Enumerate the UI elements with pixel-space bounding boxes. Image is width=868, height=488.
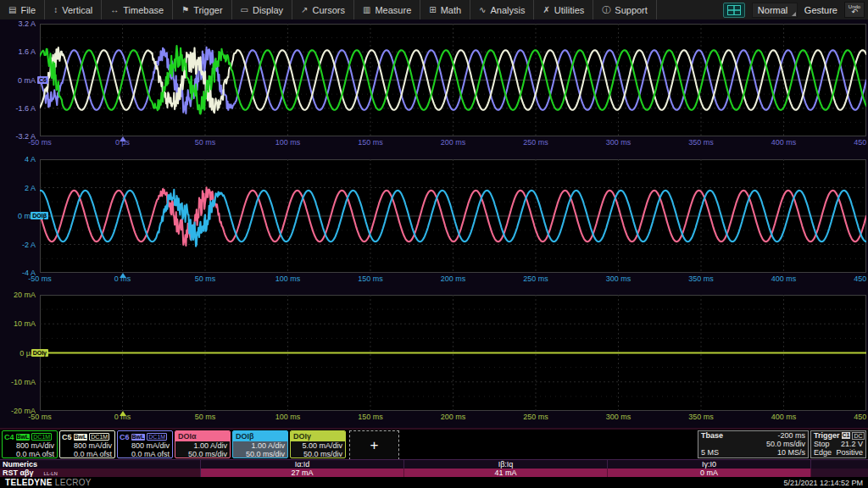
numerics-column-header: Iγ:I0 xyxy=(608,460,811,469)
zero-level-tag-DOIγ[interactable]: DOIγ xyxy=(31,349,48,357)
channel-descriptor-C6[interactable]: C6BwLDC1M800 mA/div0.0 mA ofst xyxy=(117,430,173,458)
x-tick-label: 300 ms xyxy=(606,274,632,284)
menu-item-file[interactable]: ▤File xyxy=(0,0,45,19)
channel-descriptor-C5[interactable]: C5BwLDC1M800 mA/div0.0 mA ofst xyxy=(59,430,115,458)
menu-item-trigger[interactable]: ⚑Trigger xyxy=(173,0,231,19)
timebase-title: Tbase xyxy=(701,431,723,440)
x-tick-label: 150 ms xyxy=(358,274,383,284)
x-tick-label: 400 ms xyxy=(771,412,797,422)
chevron-down-icon xyxy=(792,12,796,16)
numerics-value-row: RST αβγLL-LN27 mA41 mA0 mA xyxy=(0,469,868,477)
trigger-position-marker[interactable] xyxy=(120,273,126,278)
x-tick-label: 300 ms xyxy=(606,137,632,147)
view-mode-dropdown[interactable]: Normal xyxy=(752,3,798,18)
timebase-sample-row: 5 MS10 MS/s xyxy=(701,448,805,457)
x-tick-label: 450 ms xyxy=(854,412,868,422)
channel-name: C6 xyxy=(120,433,130,441)
utilities-icon: ✗ xyxy=(542,5,549,14)
undo-icon: ↶ xyxy=(851,8,858,16)
x-tick-label: 150 ms xyxy=(358,137,383,147)
y-tick-label: -1.6 A xyxy=(0,104,36,113)
cursors-icon: ↗ xyxy=(301,5,308,14)
analysis-icon: ∿ xyxy=(479,5,486,14)
menu-item-utilities[interactable]: ✗Utilities xyxy=(534,0,593,19)
x-tick-label: 400 ms xyxy=(771,137,797,147)
zero-level-tag-C6[interactable]: C6 xyxy=(37,76,48,84)
function-name: DOIβ xyxy=(233,431,287,441)
function-name: DOIα xyxy=(175,431,230,441)
x-tick-label: 200 ms xyxy=(441,412,466,422)
channel-scale-text: 0.0 mA ofst xyxy=(60,450,114,458)
menu-bar: ▤File↕Vertical↔Timebase⚑Trigger▭Display↗… xyxy=(0,0,868,20)
function-scale-text: 50.0 ms/div xyxy=(233,450,287,458)
display-icon: ▭ xyxy=(241,5,248,14)
trigger-title: Trigger xyxy=(814,431,840,440)
timebase-descriptor[interactable]: Tbase-200 ms50.0 ms/div5 MS10 MS/s xyxy=(698,430,809,458)
menu-item-timebase[interactable]: ↔Timebase xyxy=(102,0,173,19)
numerics-value: 27 mA xyxy=(201,469,404,477)
menu-item-label: Support xyxy=(615,5,648,15)
trigger-level: 21.2 V xyxy=(841,440,863,448)
numerics-header-row: NumericsIα:IdIβ:IqIγ:I0 xyxy=(0,460,868,469)
numerics-row-label-text: RST αβγ xyxy=(3,469,34,477)
function-descriptor-DOIβ[interactable]: DOIβ1.00 A/div50.0 ms/div xyxy=(232,430,288,458)
menu-item-label: Timebase xyxy=(123,5,164,15)
menu-item-math[interactable]: ⊞Math xyxy=(420,0,470,19)
x-tick-label: 250 ms xyxy=(523,137,548,147)
menu-item-vertical[interactable]: ↕Vertical xyxy=(45,0,102,19)
display-grid-button[interactable] xyxy=(723,3,745,18)
zero-level-tag-DOIβ[interactable]: DOIβ xyxy=(31,212,48,219)
channel-name: C4 xyxy=(4,433,14,441)
add-trace-button[interactable]: + xyxy=(349,430,399,460)
x-tick-label: 350 ms xyxy=(688,412,714,422)
channel-header: C4BwLDC1M xyxy=(3,431,57,441)
trigger-descriptor[interactable]: TriggerC1DCStop21.2 VEdgePositive xyxy=(810,430,866,458)
x-tick-label: 350 ms xyxy=(688,137,714,147)
menu-items: ▤File↕Vertical↔Timebase⚑Trigger▭Display↗… xyxy=(0,0,657,19)
function-descriptor-DOIα[interactable]: DOIα1.00 A/div50.0 ms/div xyxy=(175,430,231,458)
x-tick-label: 450 ms xyxy=(854,274,868,284)
numerics-header-fill xyxy=(811,460,868,469)
channel-scale-text: 0.0 mA ofst xyxy=(118,450,172,458)
numerics-value-fill xyxy=(811,469,868,477)
menu-item-cursors[interactable]: ↗Cursors xyxy=(292,0,354,19)
y-tick-label: 10 mA xyxy=(0,319,36,328)
x-tick-label: 100 ms xyxy=(275,274,301,284)
menu-item-display[interactable]: ▭Display xyxy=(232,0,293,19)
x-tick-label: -50 ms xyxy=(28,412,52,422)
y-tick-label: 4 A xyxy=(0,155,36,164)
menu-item-label: Analysis xyxy=(491,5,526,15)
brand-teledyne: TELEDYNE xyxy=(5,478,53,487)
view-mode-label: Normal xyxy=(758,5,787,15)
menu-item-analysis[interactable]: ∿Analysis xyxy=(470,0,534,19)
coupling-badge: DC1M xyxy=(147,433,167,441)
trigger-header-row: TriggerC1DC xyxy=(814,431,863,440)
trigger-type-row: EdgePositive xyxy=(814,448,863,457)
menu-item-support[interactable]: ⓘSupport xyxy=(593,0,657,19)
timebase-header-row: Tbase-200 ms xyxy=(701,431,805,440)
y-tick-label: 0 mA xyxy=(0,76,36,85)
trigger-position-marker[interactable] xyxy=(120,136,126,141)
function-descriptor-DOIγ[interactable]: DOIγ5.00 mA/div50.0 ms/div xyxy=(290,430,346,458)
numerics-value: 41 mA xyxy=(404,469,608,477)
timebase-scale-row: 50.0 ms/div xyxy=(701,440,805,448)
channel-descriptor-C4[interactable]: C4BwLDC1M800 mA/div0.0 mA ofst xyxy=(2,430,58,458)
function-scale-text: 50.0 ms/div xyxy=(291,450,345,458)
trigger-position-marker[interactable] xyxy=(120,411,126,416)
menu-item-measure[interactable]: ▥Measure xyxy=(354,0,420,19)
channel-name: C5 xyxy=(62,433,72,441)
x-tick-label: 200 ms xyxy=(441,274,466,284)
undo-button[interactable]: Undo ↶ xyxy=(844,2,865,18)
waveform-display-area: 3.2 A1.6 A0 mA-1.6 A-3.2 A-50 ms0 μs50 m… xyxy=(0,19,868,428)
function-name: DOIγ xyxy=(291,431,345,441)
numerics-row-sublabel: LL-LN xyxy=(44,471,58,476)
menu-item-label: Vertical xyxy=(62,5,92,15)
trigger-coupling-badge: DC xyxy=(852,432,864,440)
x-tick-label: 100 ms xyxy=(275,137,301,147)
x-tick-label: 250 ms xyxy=(523,412,548,422)
function-scale-text: 1.00 A/div xyxy=(175,441,230,450)
y-tick-label: -10 mA xyxy=(0,378,36,386)
channel-scale-text: 800 mA/div xyxy=(60,441,114,450)
gesture-label: Gesture xyxy=(804,5,837,15)
x-tick-label: -50 ms xyxy=(28,274,52,284)
